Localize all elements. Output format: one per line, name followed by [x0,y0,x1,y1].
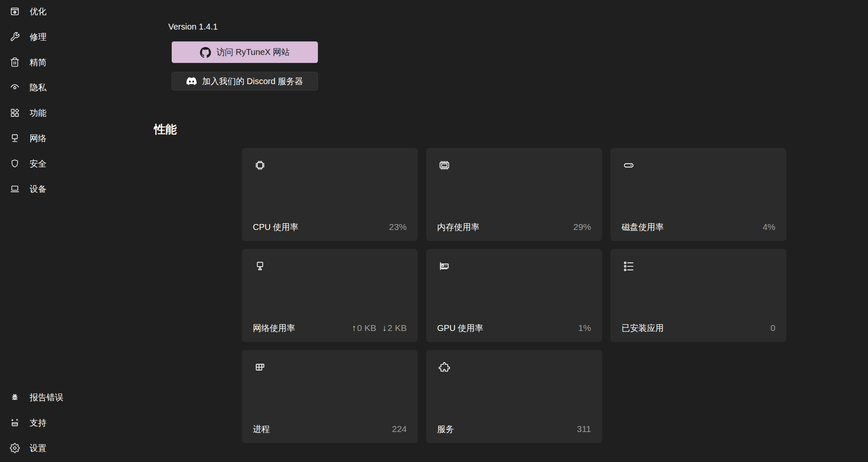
performance-grid: CPU 使用率 23% 内存使用率 29% 磁盘使用率 4% [242,148,786,443]
website-button[interactable]: 访问 RyTuneX 网站 [172,41,318,63]
debloat-icon [10,57,20,67]
gpu-icon [438,260,451,273]
sidebar-item-label: 设备 [30,183,47,195]
shield-icon [10,159,20,169]
card-label: 磁盘使用率 [622,221,664,233]
optimize-icon [10,6,20,16]
laptop-icon [10,184,20,194]
support-icon [10,418,20,428]
card-network-usage: 网络使用率 ↑ 0 KB ↓ 2 KB [242,249,418,342]
download-arrow-icon: ↓ [382,323,387,333]
sidebar-item-features[interactable]: 功能 [0,104,115,122]
processes-icon [254,361,266,374]
discord-button-label: 加入我们的 Discord 服务器 [202,76,303,87]
sidebar-item-settings[interactable]: 设置 [0,439,115,457]
sidebar-item-label: 支持 [30,417,47,429]
disk-icon [622,159,635,172]
card-disk-usage: 磁盘使用率 4% [611,148,786,241]
sidebar-item-label: 网络 [30,133,47,144]
card-label: CPU 使用率 [253,221,298,233]
network-usage-icon [254,260,266,273]
card-label: 进程 [253,424,270,435]
card-value: 29% [573,222,591,232]
card-gpu-usage: GPU 使用率 1% [426,249,602,342]
card-label: GPU 使用率 [437,323,483,334]
sidebar-item-security[interactable]: 安全 [0,154,115,173]
sidebar-item-label: 功能 [30,107,47,119]
website-button-label: 访问 RyTuneX 网站 [216,46,290,58]
sidebar-item-label: 精简 [30,57,47,68]
upload-value: 0 KB [357,323,376,333]
sidebar-footer: 报告错误 支持 设置 [0,388,118,457]
upload-arrow-icon: ↑ [352,323,356,333]
sidebar-item-label: 报告错误 [30,392,63,403]
cpu-icon [254,159,266,172]
card-label: 内存使用率 [437,221,479,233]
card-label: 服务 [437,424,454,435]
sidebar-item-network[interactable]: 网络 [0,129,115,148]
sidebar-item-support[interactable]: 支持 [0,413,115,432]
sidebar-item-label: 修理 [30,31,47,43]
card-value: 23% [389,222,407,232]
sidebar-item-optimize[interactable]: 优化 [0,2,115,21]
features-icon [10,108,20,118]
network-icon [10,133,20,143]
card-value: 311 [577,424,591,434]
memory-icon [438,159,451,172]
bug-icon [10,392,20,402]
gear-icon [10,443,20,453]
card-installed-apps: 已安装应用 0 [611,249,786,342]
sidebar-item-label: 隐私 [30,82,47,93]
card-cpu-usage: CPU 使用率 23% [242,148,418,241]
sidebar-item-debloat[interactable]: 精简 [0,53,115,71]
discord-button[interactable]: 加入我们的 Discord 服务器 [172,72,318,90]
card-value: 4% [763,222,775,232]
card-services: 服务 311 [426,350,602,443]
download-value: 2 KB [387,323,407,333]
sidebar-item-devices[interactable]: 设备 [0,180,115,198]
card-memory-usage: 内存使用率 29% [426,148,602,241]
card-value: 224 [392,424,407,434]
privacy-icon [10,82,20,93]
card-value: 1% [578,323,591,333]
sidebar-item-label: 安全 [30,158,47,169]
sidebar-item-label: 优化 [30,6,47,17]
sidebar-item-privacy[interactable]: 隐私 [0,78,115,97]
github-icon [200,47,211,58]
discord-icon [186,76,197,86]
services-icon [438,361,451,374]
sidebar-item-repair[interactable]: 修理 [0,27,115,46]
card-processes: 进程 224 [242,350,418,443]
installed-apps-icon [622,260,635,273]
sidebar: 优化 修理 精简 隐私 功能 [0,2,118,205]
repair-icon [10,32,20,42]
performance-title: 性能 [154,122,177,137]
version-label: Version 1.4.1 [168,22,218,32]
sidebar-item-report-bug[interactable]: 报告错误 [0,388,115,407]
card-value: 0 [770,323,775,333]
card-label: 已安装应用 [622,323,664,334]
card-label: 网络使用率 [253,323,295,334]
sidebar-item-label: 设置 [30,443,47,454]
card-value: ↑ 0 KB ↓ 2 KB [352,323,407,333]
